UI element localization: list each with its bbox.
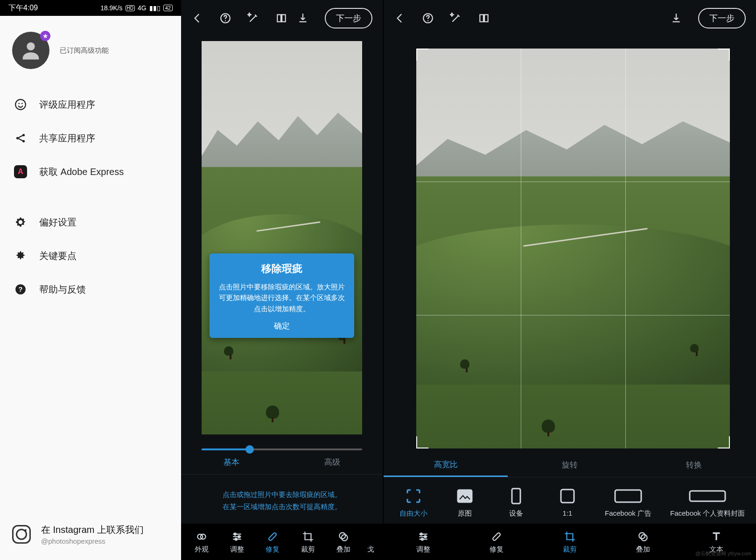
heal-canvas[interactable]: 移除瑕疵 点击照片中要移除瑕疵的区域。放大照片可更加精确地进行选择。在某个区域多… <box>181 36 383 444</box>
menu-key-points[interactable]: 关键要点 <box>0 239 181 273</box>
svg-point-15 <box>238 535 240 537</box>
crop-image[interactable] <box>416 49 730 448</box>
back-icon[interactable] <box>394 12 406 24</box>
magic-wand-icon[interactable] <box>450 12 462 24</box>
menu-label: 评级应用程序 <box>39 98 95 111</box>
menu-rate-app[interactable]: 评级应用程序 <box>0 88 181 121</box>
tab-basic[interactable]: 基本 <box>181 450 282 474</box>
tab-rotate[interactable]: 旋转 <box>508 453 632 477</box>
burst-icon <box>14 249 27 262</box>
edited-image[interactable]: 移除瑕疵 点击照片中要移除瑕疵的区域。放大照片可更加精确地进行选择。在某个区域多… <box>202 41 362 434</box>
look-icon <box>195 530 208 543</box>
crop-grid-overlay[interactable] <box>416 49 730 448</box>
menu-help-feedback[interactable]: ? 帮助与反馈 <box>0 273 181 306</box>
status-speed: 18.9K/s <box>100 4 122 12</box>
svg-point-2 <box>18 103 20 104</box>
bottom-tools-heal: 外观 调整 修复 裁剪 叠加 戈 <box>181 524 383 560</box>
crop-handle-tr[interactable] <box>718 49 730 61</box>
signal-icon: ▮▮▯ <box>149 4 161 12</box>
instagram-icon <box>12 525 31 544</box>
profile-section[interactable]: ★ 已订阅高级功能 <box>0 16 181 88</box>
instagram-handle: @photoshopexpress <box>41 537 144 545</box>
slider-knob[interactable] <box>245 445 254 454</box>
crop-canvas[interactable] <box>384 36 756 453</box>
menu-adobe-express[interactable]: A 获取 Adobe Express <box>0 155 181 189</box>
tool-crop[interactable]: 裁剪 <box>552 530 588 554</box>
gear-icon <box>14 216 27 229</box>
svg-rect-31 <box>492 532 501 540</box>
tooltip-ok-button[interactable]: 确定 <box>219 321 345 331</box>
tool-overlay[interactable]: 叠加 <box>326 530 361 554</box>
status-right: 18.9K/s HD 4G ▮▮▯ 42 <box>100 4 173 12</box>
preset-device[interactable]: 设备 <box>493 488 539 518</box>
menu-share-app[interactable]: 共享应用程序 <box>0 121 181 155</box>
status-net: 4G <box>138 4 147 12</box>
settings-sidebar: 下午4:09 18.9K/s HD 4G ▮▮▯ 42 ★ 已订阅高级功能 评级… <box>0 0 181 560</box>
next-button[interactable]: 下一步 <box>325 8 372 28</box>
compare-icon[interactable] <box>275 12 287 24</box>
svg-rect-10 <box>277 14 281 21</box>
brush-size-slider-row <box>181 444 383 450</box>
bandaid-icon <box>490 530 503 543</box>
next-button[interactable]: 下一步 <box>698 8 746 28</box>
download-icon[interactable] <box>297 12 309 24</box>
battery-icon: 42 <box>163 5 173 11</box>
download-icon[interactable] <box>670 12 682 24</box>
tab-advanced[interactable]: 高级 <box>282 450 383 474</box>
tab-transform[interactable]: 转换 <box>632 453 756 477</box>
crop-handle-bl[interactable] <box>416 436 428 448</box>
magic-wand-icon[interactable] <box>247 12 259 24</box>
tool-look[interactable]: 外观 <box>184 530 219 554</box>
tool-crop[interactable]: 裁剪 <box>290 530 326 554</box>
svg-point-3 <box>21 103 23 104</box>
menu-divider <box>0 189 181 205</box>
tool-heal[interactable]: 修复 <box>255 530 290 554</box>
back-icon[interactable] <box>191 12 203 24</box>
svg-point-16 <box>235 538 237 540</box>
tool-adjust[interactable]: 调整 <box>406 530 441 554</box>
help-icon[interactable] <box>422 12 434 24</box>
instagram-title: 在 Instagram 上联系我们 <box>41 524 144 536</box>
heal-tooltip: 移除瑕疵 点击照片中要移除瑕疵的区域。放大照片可更加精确地进行选择。在某个区域多… <box>210 253 354 338</box>
profile-subtitle: 已订阅高级功能 <box>60 46 109 55</box>
tab-aspect-ratio[interactable]: 高宽比 <box>384 453 508 477</box>
compare-icon[interactable] <box>478 12 490 24</box>
crop-presets: 自由大小 原图 设备 1:1 Facebook 广告 Facebook 个人资料… <box>384 477 756 524</box>
sliders-icon <box>417 530 430 543</box>
svg-rect-25 <box>561 490 574 503</box>
svg-rect-21 <box>480 14 483 21</box>
tool-overlay[interactable]: 叠加 <box>625 530 661 554</box>
crop-handle-br[interactable] <box>718 436 730 448</box>
preset-fb-ad[interactable]: Facebook 广告 <box>595 488 661 518</box>
tool-partial[interactable]: 戈 <box>361 530 380 554</box>
more-icon <box>364 530 377 543</box>
svg-point-0 <box>27 42 35 50</box>
original-icon <box>457 488 473 504</box>
tooltip-body: 点击照片中要移除瑕疵的区域。放大照片可更加精确地进行选择。在某个区域多次点击以增… <box>219 281 345 314</box>
svg-text:?: ? <box>18 285 22 293</box>
preset-free[interactable]: 自由大小 <box>390 488 437 518</box>
tool-adjust[interactable]: 调整 <box>219 530 255 554</box>
device-icon <box>511 488 521 504</box>
crop-handle-tl[interactable] <box>416 49 428 61</box>
menu-list: 评级应用程序 共享应用程序 A 获取 Adobe Express 偏好设置 关键… <box>0 88 181 515</box>
preset-original[interactable]: 原图 <box>441 488 488 518</box>
menu-label: 偏好设置 <box>39 216 77 229</box>
svg-rect-17 <box>268 532 277 540</box>
svg-rect-27 <box>690 491 725 501</box>
hint-line2: 在某一区域增加点击次数可提高精度。 <box>190 501 373 513</box>
brush-size-slider[interactable] <box>202 448 362 450</box>
svg-rect-11 <box>282 14 286 21</box>
instagram-link[interactable]: 在 Instagram 上联系我们 @photoshopexpress <box>0 515 181 560</box>
square-icon <box>560 488 575 504</box>
menu-label: 获取 Adobe Express <box>39 166 124 178</box>
preset-fb-cover[interactable]: Facebook 个人资料封面 <box>665 488 749 518</box>
bandaid-icon <box>266 530 279 543</box>
preset-1-1[interactable]: 1:1 <box>544 488 591 517</box>
crop-icon <box>301 530 315 543</box>
heal-mode-tabs: 基本 高级 <box>181 450 383 475</box>
help-icon[interactable] <box>219 12 231 24</box>
crop-mode-tabs: 高宽比 旋转 转换 <box>384 453 756 477</box>
tool-heal[interactable]: 修复 <box>479 530 514 554</box>
menu-preferences[interactable]: 偏好设置 <box>0 205 181 239</box>
